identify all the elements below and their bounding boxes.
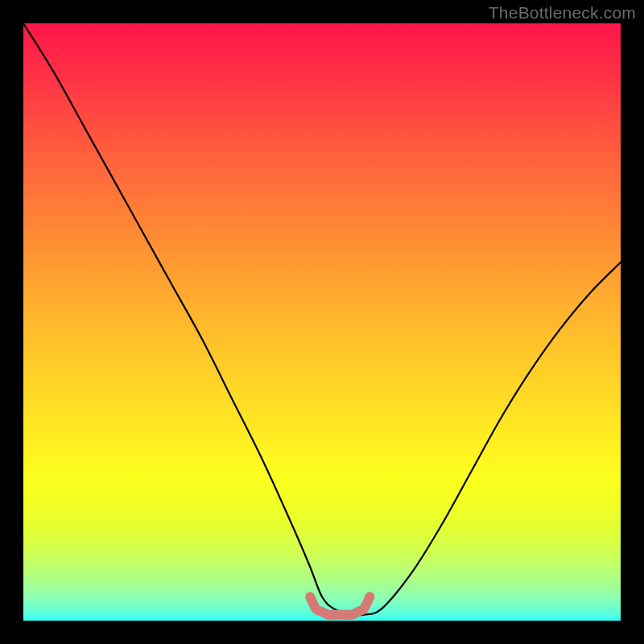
bottom-hump bbox=[310, 597, 369, 615]
gradient-plot-area bbox=[23, 23, 621, 621]
bottleneck-curve bbox=[23, 23, 621, 616]
watermark-text: TheBottleneck.com bbox=[489, 3, 636, 23]
curve-svg bbox=[23, 23, 621, 621]
chart-frame: TheBottleneck.com bbox=[0, 0, 644, 644]
